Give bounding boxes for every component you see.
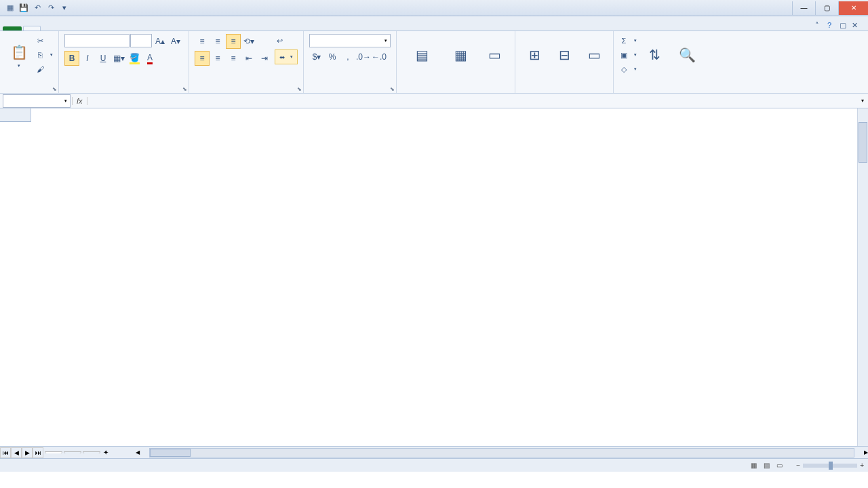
group-font: A▴ A▾ B I U ▦▾ 🪣 A ⬊ [59,31,189,93]
view-layout-icon[interactable]: ▤ [764,462,770,469]
bold-button[interactable]: B [64,51,79,66]
tab-review[interactable] [106,26,122,30]
percent-format-icon[interactable]: % [325,49,340,64]
border-button[interactable]: ▦▾ [111,51,126,66]
zoom-slider[interactable]: − + [796,462,864,469]
save-icon[interactable]: 💾 [18,2,30,14]
group-label-editing [619,91,702,92]
insert-icon: ⊞ [525,45,544,64]
qat-more-icon[interactable]: ▾ [58,2,71,14]
tab-file[interactable] [3,26,22,30]
cell-styles-button[interactable]: ▭ [479,34,509,77]
find-select-button[interactable]: 🔍 [672,34,702,77]
conditional-formatting-button[interactable]: ▤ [402,34,441,77]
tab-home[interactable] [23,26,41,30]
orientation-icon[interactable]: ⟲▾ [241,34,256,49]
tab-page-layout[interactable] [57,26,73,30]
align-middle-icon[interactable]: ≡ [210,34,225,49]
tab-data[interactable] [90,26,106,30]
decrease-font-icon[interactable]: A▾ [168,34,183,49]
increase-indent-icon[interactable]: ⇥ [257,51,272,66]
fill-color-button[interactable]: 🪣 [127,51,142,66]
alignment-dialog-icon[interactable]: ⬊ [297,86,302,92]
copy-button[interactable]: ⎘ ▾ [35,48,53,62]
view-normal-icon[interactable]: ▦ [751,462,757,469]
tab-developer[interactable] [138,26,155,30]
autosum-button[interactable]: Σ▾ [619,34,637,47]
new-sheet-icon[interactable]: ✦ [103,449,108,456]
italic-button[interactable]: I [80,51,95,66]
clear-button[interactable]: ◇▾ [619,62,637,76]
window-restore-icon[interactable]: ▢ [840,21,849,30]
fx-icon[interactable]: fx [72,97,87,105]
expand-formula-icon[interactable]: ▾ [857,98,868,104]
sheet-nav-prev-icon[interactable]: ◀ [11,447,22,458]
font-name-combo[interactable] [64,34,130,47]
help-icon[interactable]: ? [827,21,837,30]
sort-filter-button[interactable]: ⇅ [639,34,669,77]
delete-cells-button[interactable]: ⊟ [551,34,578,77]
vertical-scrollbar[interactable] [857,108,868,446]
zoom-in-icon[interactable]: + [860,462,864,469]
sheet-nav-first-icon[interactable]: ⏮ [0,447,11,458]
wrap-text-button[interactable]: ↩ [275,34,298,47]
comma-format-icon[interactable]: , [340,49,355,64]
group-label-font [64,91,183,92]
group-cells: ⊞ ⊟ ▭ [515,31,614,93]
number-format-combo[interactable]: ▾ [309,34,391,47]
align-center-icon[interactable]: ≡ [210,51,225,66]
font-size-combo[interactable] [130,34,152,47]
fill-button[interactable]: ▣▾ [619,48,637,62]
minimize-button[interactable]: — [792,1,815,15]
align-top-icon[interactable]: ≡ [195,34,210,49]
vscroll-thumb[interactable] [859,122,867,163]
accounting-format-icon[interactable]: $▾ [309,49,324,64]
cut-button[interactable]: ✂ [35,34,53,47]
font-color-button[interactable]: A [142,51,157,66]
decrease-decimal-icon[interactable]: ←.0 [372,49,387,64]
zoom-handle[interactable] [829,462,833,470]
align-left-icon[interactable]: ≡ [195,51,210,66]
decrease-indent-icon[interactable]: ⇤ [241,51,256,66]
font-dialog-icon[interactable]: ⬊ [182,86,187,92]
merge-center-button[interactable]: ⬌▾ [275,49,298,64]
sheet-tab-2[interactable] [64,451,81,453]
tab-insert[interactable] [41,26,57,30]
group-label-clipboard [5,91,53,92]
align-bottom-icon[interactable]: ≡ [226,34,241,49]
sheet-nav-last-icon[interactable]: ⏭ [33,447,43,458]
close-workbook-icon[interactable]: ✕ [852,21,861,30]
tab-view[interactable] [122,26,138,30]
view-break-icon[interactable]: ▭ [776,462,783,469]
format-painter-button[interactable]: 🖌 [35,62,53,76]
excel-icon[interactable]: ▦ [4,2,16,14]
redo-icon[interactable]: ↷ [45,2,57,14]
format-as-table-button[interactable]: ▦ [444,34,477,77]
tab-formulas[interactable] [73,26,90,30]
name-box[interactable]: ▾ [3,94,71,108]
paste-button[interactable]: 📋 ▾ [5,34,33,77]
undo-icon[interactable]: ↶ [31,2,43,14]
horizontal-scrollbar[interactable]: ◀ ▶ [136,447,868,458]
maximize-button[interactable]: ▢ [815,1,838,15]
increase-font-icon[interactable]: A▴ [153,34,167,49]
zoom-out-icon[interactable]: − [796,462,800,469]
insert-cells-button[interactable]: ⊞ [521,34,548,77]
close-button[interactable]: ✕ [838,1,868,15]
format-cells-button[interactable]: ▭ [580,34,608,77]
hscroll-thumb[interactable] [150,449,191,457]
number-dialog-icon[interactable]: ⬊ [390,86,395,92]
tab-acrobat[interactable] [155,26,171,30]
sheet-tab-1[interactable] [45,451,62,453]
underline-button[interactable]: U [96,51,111,66]
increase-decimal-icon[interactable]: .0→ [356,49,371,64]
wrap-icon: ↩ [275,36,284,45]
ribbon-tabs: ˄ ? ▢ ✕ [0,16,868,31]
spreadsheet-grid[interactable] [0,108,868,446]
clipboard-dialog-icon[interactable]: ⬊ [52,86,57,92]
sheet-tab-3[interactable] [83,451,100,453]
sheet-nav-next-icon[interactable]: ▶ [22,447,33,458]
align-right-icon[interactable]: ≡ [226,51,241,66]
minimize-ribbon-icon[interactable]: ˄ [815,21,825,30]
select-all-corner[interactable] [0,108,31,122]
